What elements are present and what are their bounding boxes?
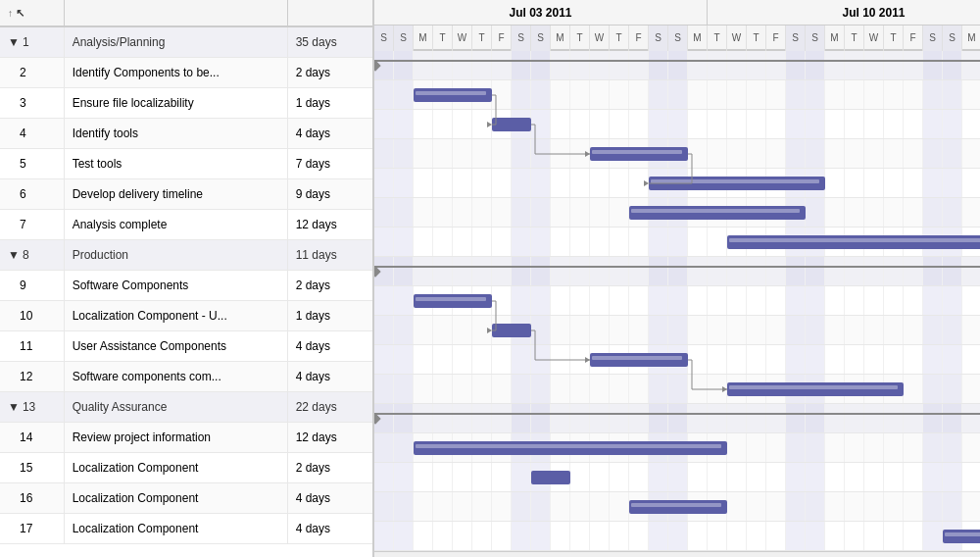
day-cell: S	[806, 25, 825, 51]
task-id-cell: 6	[0, 179, 64, 210]
task-name-header[interactable]	[64, 0, 287, 26]
duration-cell: 4 days	[287, 331, 372, 362]
day-cell: S	[512, 25, 531, 51]
cursor-icon: ↖	[16, 7, 24, 19]
day-cell: W	[727, 25, 747, 51]
gantt-row: Localizer	[374, 257, 980, 286]
task-name-cell: User Assistance Components	[64, 331, 287, 362]
task-name-cell: Quality Assurance	[64, 392, 287, 423]
task-id-cell: 2	[0, 58, 64, 88]
task-id-cell: 7	[0, 210, 64, 240]
task-id-cell: 16	[0, 483, 64, 514]
task-id-cell: 17	[0, 514, 64, 544]
task-name-cell: Identify Components to be...	[64, 58, 287, 88]
day-cell: M	[414, 25, 433, 51]
gantt-row	[374, 286, 980, 316]
day-cell: T	[472, 25, 492, 51]
gantt-row	[374, 169, 980, 198]
gantt-row	[374, 492, 980, 522]
task-id-cell: 10	[0, 301, 64, 331]
task-table: ↑ ↖ ▼1Analysis/Planning35 days2Identify …	[0, 0, 374, 557]
task-id-cell: 9	[0, 271, 64, 301]
day-cell: S	[668, 25, 688, 51]
task-name-cell: Ensure file localizability	[64, 88, 287, 119]
duration-cell: 12 days	[287, 210, 372, 240]
day-cell: S	[649, 25, 668, 51]
sort-icon[interactable]: ↑	[8, 8, 13, 19]
gantt-row	[374, 463, 980, 492]
month-cell: Jul 10 2011	[708, 0, 980, 25]
day-cell: F	[629, 25, 649, 51]
duration-cell: 1 days	[287, 301, 372, 331]
task-id-header[interactable]: ↑ ↖	[0, 0, 64, 26]
gantt-area[interactable]: Jul 03 2011Jul 10 2011Jul 17 2011Jul SSM…	[374, 0, 980, 557]
gantt-row: Technical Reviewer	[374, 404, 980, 433]
duration-header[interactable]	[287, 0, 372, 26]
day-cell: M	[825, 25, 845, 51]
gantt-row	[374, 110, 980, 139]
task-id-cell: 5	[0, 149, 64, 179]
gantt-row	[374, 51, 980, 80]
duration-cell: 22 days	[287, 392, 372, 423]
expand-icon[interactable]: ▼	[8, 35, 20, 49]
duration-cell: 11 days	[287, 240, 372, 271]
day-cell: W	[453, 25, 472, 51]
day-cell: T	[884, 25, 904, 51]
gantt-row	[374, 316, 980, 345]
day-cell: T	[610, 25, 629, 51]
day-cell: M	[962, 25, 980, 51]
day-cell: T	[747, 25, 766, 51]
day-cell: F	[492, 25, 512, 51]
day-cell: W	[864, 25, 884, 51]
day-cell: T	[570, 25, 590, 51]
task-name-cell: Localization Component	[64, 483, 287, 514]
month-cell: Jul 03 2011	[374, 0, 708, 25]
task-id-cell: 11	[0, 331, 64, 362]
day-cell: M	[551, 25, 570, 51]
gantt-row	[374, 345, 980, 375]
day-cell: S	[394, 25, 414, 51]
duration-cell: 12 days	[287, 423, 372, 453]
gantt-row	[374, 198, 980, 228]
task-id-cell: ▼8	[0, 240, 64, 271]
task-name-cell: Test tools	[64, 149, 287, 179]
scrollbar[interactable]	[374, 551, 980, 557]
task-name-cell: Review project information	[64, 423, 287, 453]
duration-cell: 7 days	[287, 149, 372, 179]
day-cell: T	[845, 25, 864, 51]
day-cell: S	[923, 25, 943, 51]
duration-cell: 2 days	[287, 271, 372, 301]
expand-icon[interactable]: ▼	[8, 400, 20, 414]
day-cell: S	[943, 25, 962, 51]
task-name-cell: Localization Component	[64, 453, 287, 483]
duration-cell: 4 days	[287, 483, 372, 514]
task-id-cell: 4	[0, 119, 64, 149]
gantt-row	[374, 433, 980, 463]
day-cell: F	[904, 25, 923, 51]
day-cell: S	[786, 25, 806, 51]
gantt-row	[374, 139, 980, 169]
task-id-cell: 14	[0, 423, 64, 453]
expand-icon[interactable]: ▼	[8, 248, 20, 262]
day-cell: T	[708, 25, 727, 51]
day-cell: T	[433, 25, 453, 51]
duration-cell: 4 days	[287, 119, 372, 149]
task-name-cell: Localization Component - U...	[64, 301, 287, 331]
task-name-cell: Software Components	[64, 271, 287, 301]
gantt-header: Jul 03 2011Jul 10 2011Jul 17 2011Jul SSM…	[374, 0, 980, 51]
task-id-cell: ▼1	[0, 26, 64, 58]
task-id-cell: 12	[0, 362, 64, 392]
duration-cell: 35 days	[287, 26, 372, 58]
gantt-row	[374, 375, 980, 404]
day-cell: S	[374, 25, 394, 51]
task-id-cell: 15	[0, 453, 64, 483]
task-name-cell: Software components com...	[64, 362, 287, 392]
task-id-cell: ▼13	[0, 392, 64, 423]
duration-cell: 4 days	[287, 362, 372, 392]
task-name-cell: Identify tools	[64, 119, 287, 149]
day-cell: F	[766, 25, 786, 51]
task-name-cell: Develop delivery timeline	[64, 179, 287, 210]
task-name-cell: Production	[64, 240, 287, 271]
duration-cell: 2 days	[287, 453, 372, 483]
day-cell: M	[688, 25, 708, 51]
